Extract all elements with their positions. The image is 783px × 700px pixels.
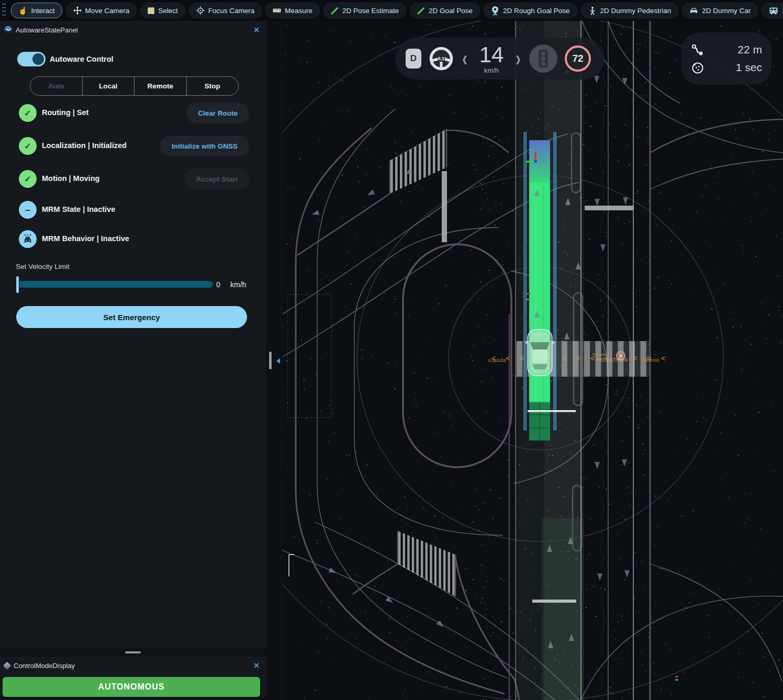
- path-stop-line: [528, 410, 576, 412]
- select-box-icon: [148, 7, 154, 14]
- 3d-map-canvas[interactable]: 0.333333 0.0 m/s PEDESTRIAN 0.333333: [283, 21, 783, 700]
- speed-decrease-chevron[interactable]: ‹: [462, 48, 467, 70]
- svg-text:-0.1°: -0.1°: [436, 56, 446, 61]
- svg-text:0.0 m/s: 0.0 m/s: [592, 352, 606, 357]
- check-icon: ✓: [19, 170, 37, 188]
- velocity-slider-track[interactable]: [19, 281, 213, 288]
- routing-status-row: ✓ Routing | Set Clear Route: [19, 103, 249, 123]
- stopwatch-icon: [691, 61, 704, 74]
- speed-increase-chevron[interactable]: ›: [516, 48, 521, 70]
- focus-camera-button[interactable]: Focus Camera: [189, 3, 262, 18]
- traffic-light-indicator: [529, 44, 557, 73]
- accept-start-button[interactable]: Accept Start: [184, 168, 249, 189]
- svg-text:0.333333: 0.333333: [488, 358, 506, 363]
- horizontal-drag-handle[interactable]: [125, 651, 141, 653]
- route-icon: [691, 43, 704, 56]
- route-info-hud: 22 m 1 sec: [681, 32, 771, 85]
- panel-splitter[interactable]: [266, 21, 283, 700]
- panel-header: ControlModeDisplay ✕: [0, 657, 266, 674]
- close-icon[interactable]: ✕: [253, 661, 260, 670]
- velocity-limit-label: Set Velocity Limit: [16, 263, 70, 270]
- bottom-strip: [0, 697, 266, 700]
- crosswalk-stripes-lower: [398, 527, 455, 600]
- autoware-control-label: Autoware Control: [50, 55, 114, 63]
- toolbar: ☝ Interact Move Camera Select Focus Came…: [0, 0, 783, 21]
- minus-icon: –: [19, 201, 37, 219]
- panel-header: AutowareStatePanel ✕: [0, 21, 266, 39]
- autoware-state-panel: AutowareStatePanel ✕ Autoware Control Au…: [0, 21, 266, 648]
- bus-icon: [769, 7, 778, 15]
- speed-limit-sign: 72: [565, 46, 591, 72]
- ruler-icon: [273, 6, 281, 15]
- mode-option-auto[interactable]: Auto: [30, 77, 82, 95]
- close-icon[interactable]: ✕: [253, 26, 260, 34]
- check-icon: ✓: [19, 137, 37, 155]
- vertical-drag-handle[interactable]: [269, 352, 272, 369]
- green-arrow-icon: [331, 7, 339, 15]
- planned-path: [529, 140, 550, 441]
- check-icon: ✓: [19, 104, 37, 122]
- mode-option-local[interactable]: Local: [82, 77, 135, 95]
- mrm-state-row: – MRM State | Inactive: [19, 199, 249, 220]
- autonomous-mode-button: AUTONOMOUS: [3, 677, 260, 697]
- motion-status-row: ✓ Motion | Moving Accept Start: [19, 168, 249, 189]
- autoware-logo-icon: [4, 26, 12, 34]
- steering-wheel-icon: -0.1°: [429, 46, 454, 71]
- panel-title: ControlModeDisplay: [14, 662, 253, 670]
- goal-pose-button[interactable]: 2D Goal Pose: [410, 3, 480, 18]
- hand-cursor-icon: ☝: [18, 7, 27, 14]
- vehicle-hud: D -0.1° ‹ 14 km/h › 72: [395, 38, 605, 80]
- dummy-car-button[interactable]: 2D Dummy Car: [682, 3, 758, 18]
- initialize-gnss-button[interactable]: Initialize with GNSS: [160, 136, 249, 156]
- map-pin-icon: [491, 6, 499, 15]
- set-emergency-button[interactable]: Set Emergency: [16, 306, 247, 328]
- emergency-car-icon: [19, 230, 37, 248]
- clear-route-button[interactable]: Clear Route: [186, 103, 249, 123]
- crosswalk-stripes-upper: [390, 126, 445, 197]
- ego-vehicle: [525, 330, 555, 376]
- pose-estimate-button[interactable]: 2D Pose Estimate: [323, 3, 406, 18]
- localization-status-row: ✓ Localization | Initialized Initialize …: [19, 136, 249, 156]
- gear-indicator: D: [406, 49, 421, 69]
- velocity-value: 0: [216, 280, 220, 289]
- svg-text:0.333333: 0.333333: [642, 358, 659, 363]
- mode-segmented-control: Auto Local Remote Stop: [30, 76, 239, 96]
- move-arrows-icon: [73, 6, 82, 15]
- measure-button[interactable]: Measure: [265, 3, 320, 18]
- toolbar-drag-handle[interactable]: [2, 3, 6, 18]
- car-icon: [689, 7, 698, 14]
- pedestrian-icon: [588, 6, 597, 15]
- crosshair-icon: [196, 6, 205, 15]
- remaining-time-row: 1 sec: [691, 61, 762, 74]
- collapse-panel-icon[interactable]: [276, 358, 280, 364]
- control-mode-panel: ControlModeDisplay ✕ AUTONOMOUS: [0, 657, 266, 697]
- rough-goal-pose-button[interactable]: 2D Rough Goal Pose: [484, 3, 577, 18]
- move-camera-button[interactable]: Move Camera: [66, 3, 137, 18]
- mode-option-stop[interactable]: Stop: [186, 77, 239, 95]
- panel-resize-area: [0, 648, 266, 657]
- mrm-behavior-row: MRM Behavior | Inactive: [19, 229, 249, 250]
- dummy-pedestrian-button[interactable]: 2D Dummy Pedestrian: [581, 3, 679, 18]
- remaining-distance-row: 22 m: [691, 43, 762, 56]
- speed-display: 14 km/h: [476, 44, 507, 74]
- map-viewport[interactable]: 0.333333 0.0 m/s PEDESTRIAN 0.333333 D -…: [283, 21, 783, 700]
- velocity-slider-handle[interactable]: [16, 276, 19, 293]
- mode-option-remote[interactable]: Remote: [134, 77, 186, 95]
- dashed-region: [288, 295, 331, 417]
- display-icon: [3, 661, 12, 670]
- autoware-control-toggle[interactable]: [17, 52, 46, 66]
- select-button[interactable]: Select: [140, 3, 185, 18]
- interact-button[interactable]: ☝ Interact: [11, 3, 62, 18]
- panel-title: AutowareStatePanel: [16, 26, 253, 34]
- green-arrow-icon: [417, 7, 425, 15]
- velocity-unit: km/h: [230, 280, 246, 289]
- dummy-bus-button[interactable]: 2D D: [762, 3, 783, 18]
